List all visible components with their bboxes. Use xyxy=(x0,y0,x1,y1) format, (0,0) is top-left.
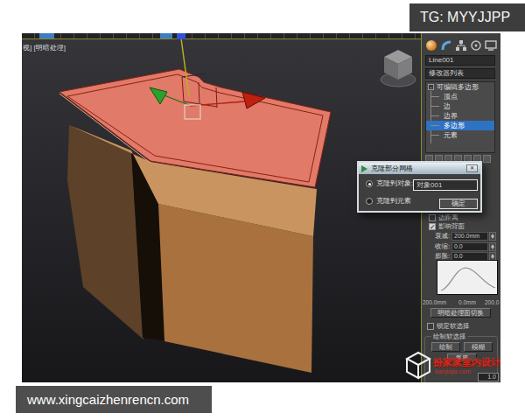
tree-line xyxy=(430,125,439,126)
affect-backfacing-checkbox[interactable]: ✓ xyxy=(429,223,436,230)
edge-distance-row: 边距离 xyxy=(422,214,500,222)
watermark-site-text: banjiajia.com xyxy=(435,368,471,374)
gizmo-z-axis-cap[interactable] xyxy=(177,33,186,39)
curve-scale-labels: 200.0mm 0.0mm 200.0 xyxy=(422,299,500,306)
dialog-title: 克隆部分网格 xyxy=(371,164,413,172)
pinch-spinner[interactable] xyxy=(489,242,496,251)
cube-logo-icon xyxy=(405,351,431,381)
tree-line xyxy=(430,96,439,97)
create-tab-icon[interactable] xyxy=(425,39,438,52)
watermark: 扮家家室内设计 banjiajia.com xyxy=(405,351,500,382)
tree-line xyxy=(430,135,439,136)
stack-item-edge[interactable]: 边 xyxy=(426,102,494,111)
pinch-field[interactable]: 0.0 xyxy=(452,242,488,251)
expander-icon[interactable]: - xyxy=(428,84,434,90)
stack-item-element[interactable]: 元素 xyxy=(426,130,494,140)
pinch-row: 收缩: 0.0 xyxy=(422,242,500,251)
tree-line xyxy=(430,106,439,107)
affect-backfacing-row: ✓ 影响背面 xyxy=(422,222,500,231)
3dsmax-screenshot: 视] [明暗处理] xyxy=(22,33,500,382)
stack-item-editable-poly[interactable]: - 可编辑多边形 xyxy=(426,82,494,92)
modifier-stack-list[interactable]: - 可编辑多边形 顶点 边 边界 多边形 xyxy=(425,81,495,153)
falloff-spinner[interactable] xyxy=(489,232,496,241)
clone-to-element-radio[interactable] xyxy=(366,198,373,205)
clone-part-of-mesh-dialog: 克隆部分网格 ✕ 克隆到对象: 对象001 克隆到元素 确定 xyxy=(357,161,482,213)
hierarchy-tab-icon[interactable] xyxy=(455,39,467,52)
falloff-curve-graph xyxy=(437,260,498,295)
falloff-row: 衰减: 200.0mm xyxy=(422,232,500,241)
tg-contact-badge: TG: MYYJJPP xyxy=(410,4,525,32)
dialog-titlebar[interactable]: 克隆部分网格 xyxy=(359,163,480,174)
clone-object-name-field[interactable]: 对象001 xyxy=(413,179,478,191)
stack-item-polygon-selected[interactable]: 多边形 xyxy=(426,121,494,130)
dialog-app-icon xyxy=(361,165,368,172)
motion-tab-icon[interactable] xyxy=(470,39,482,52)
clone-to-object-radio[interactable] xyxy=(366,180,373,187)
url-watermark-badge: www.xingcaizhenrencn.com xyxy=(16,386,212,413)
stack-item-vertex[interactable]: 顶点 xyxy=(426,92,494,102)
close-icon[interactable]: ✕ xyxy=(466,164,478,172)
command-panel-tabs xyxy=(425,39,499,52)
modify-tab-icon[interactable] xyxy=(440,39,452,52)
object-name-field[interactable]: Line001 xyxy=(425,55,495,66)
display-tab-icon[interactable] xyxy=(485,39,497,52)
falloff-field[interactable]: 200.0mm xyxy=(452,232,488,241)
edge-distance-checkbox[interactable] xyxy=(429,214,436,221)
watermark-brand-text: 扮家家室内设计 xyxy=(433,356,500,369)
stack-toolbar-button[interactable] xyxy=(483,155,491,163)
shaded-face-toggle-button[interactable]: 明暗处理面切换 xyxy=(430,308,491,318)
falloff-curve xyxy=(441,268,495,290)
tree-line xyxy=(430,116,439,116)
ok-button[interactable]: 确定 xyxy=(439,199,478,209)
stack-item-border[interactable]: 边界 xyxy=(426,111,494,121)
lock-soft-selection-checkbox[interactable] xyxy=(427,323,434,330)
modifier-list-dropdown[interactable]: 修改器列表 xyxy=(425,68,495,79)
lock-soft-selection-row: 锁定软选择 xyxy=(422,322,500,331)
page: TG: MYYJJPP 视] [明暗处理] xyxy=(0,0,525,420)
viewcube[interactable] xyxy=(377,45,419,90)
